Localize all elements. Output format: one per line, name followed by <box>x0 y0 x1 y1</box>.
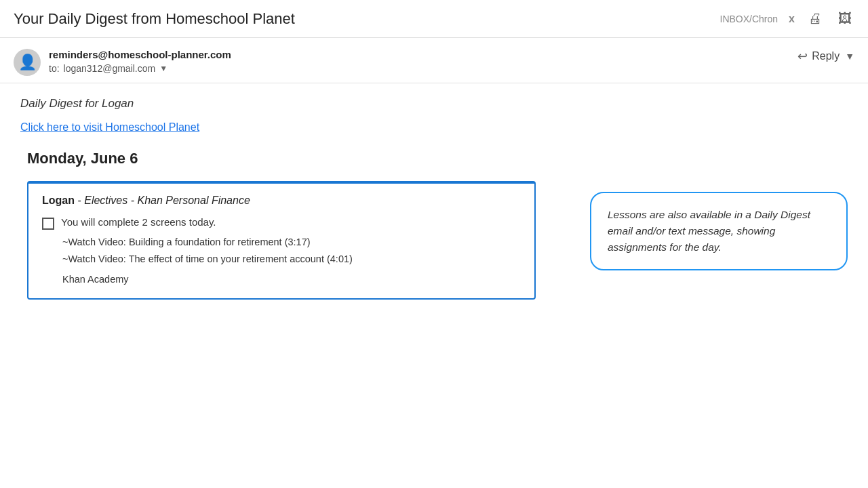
title-bar-right: INBOX/Chron x 🖨 🖼 <box>720 8 855 29</box>
task-main-text: You will complete 2 screens today. <box>61 216 216 228</box>
tooltip-text: Lessons are also available in a Daily Di… <box>608 209 810 253</box>
sub-task-1: ~Watch Video: Building a foundation for … <box>62 234 521 251</box>
reply-arrow-icon: ↩ <box>797 49 808 64</box>
email-title: Your Daily Digest from Homeschool Planet <box>14 10 295 28</box>
print-button[interactable]: 🖨 <box>806 8 825 29</box>
recipient-dropdown-icon[interactable]: ▼ <box>159 64 167 73</box>
email-body: Daily Digest for Logan Click here to vis… <box>0 83 868 488</box>
reply-dropdown-icon[interactable]: ▼ <box>845 51 854 62</box>
assignment-card: Logan - Electives - Khan Personal Financ… <box>27 181 536 300</box>
avatar-icon: 👤 <box>18 54 37 71</box>
sub-tasks: ~Watch Video: Building a foundation for … <box>62 234 521 267</box>
email-container: Your Daily Digest from Homeschool Planet… <box>0 0 868 488</box>
date-heading: Monday, June 6 <box>27 150 854 167</box>
task-row: You will complete 2 screens today. <box>42 216 521 230</box>
reply-button[interactable]: ↩ Reply <box>797 49 840 64</box>
avatar: 👤 <box>14 49 41 76</box>
source-label: Khan Academy <box>62 274 521 285</box>
recipient-row: to: logan312@gmail.com ▼ <box>49 63 231 74</box>
title-bar: Your Daily Digest from Homeschool Planet… <box>0 0 868 38</box>
sender-details: reminders@homeschool-planner.com to: log… <box>49 49 231 74</box>
assignment-title: Logan - Electives - Khan Personal Financ… <box>42 195 521 207</box>
reply-area: ↩ Reply ▼ <box>797 49 854 64</box>
image-button[interactable]: 🖼 <box>835 8 854 29</box>
email-header: 👤 reminders@homeschool-planner.com to: l… <box>0 38 868 83</box>
assignment-separator: - <box>77 195 84 206</box>
digest-subject: Daily Digest for Logan <box>20 97 854 110</box>
task-checkbox[interactable] <box>42 218 54 230</box>
sender-email: reminders@homeschool-planner.com <box>49 49 231 60</box>
recipient-email: logan312@gmail.com <box>64 63 156 74</box>
reply-label: Reply <box>812 50 840 62</box>
sender-info: 👤 reminders@homeschool-planner.com to: l… <box>14 49 231 76</box>
inbox-label: INBOX/Chron <box>720 14 778 24</box>
recipient-to-label: to: <box>49 63 60 74</box>
close-button[interactable]: x <box>789 13 795 25</box>
tooltip-box: Lessons are also available in a Daily Di… <box>590 192 848 270</box>
student-name: Logan <box>42 195 75 206</box>
visit-homeschool-planet-link[interactable]: Click here to visit Homeschool Planet <box>20 121 199 134</box>
course-name: Electives - Khan Personal Finance <box>84 195 250 206</box>
sub-task-2: ~Watch Video: The effect of time on your… <box>62 251 521 268</box>
